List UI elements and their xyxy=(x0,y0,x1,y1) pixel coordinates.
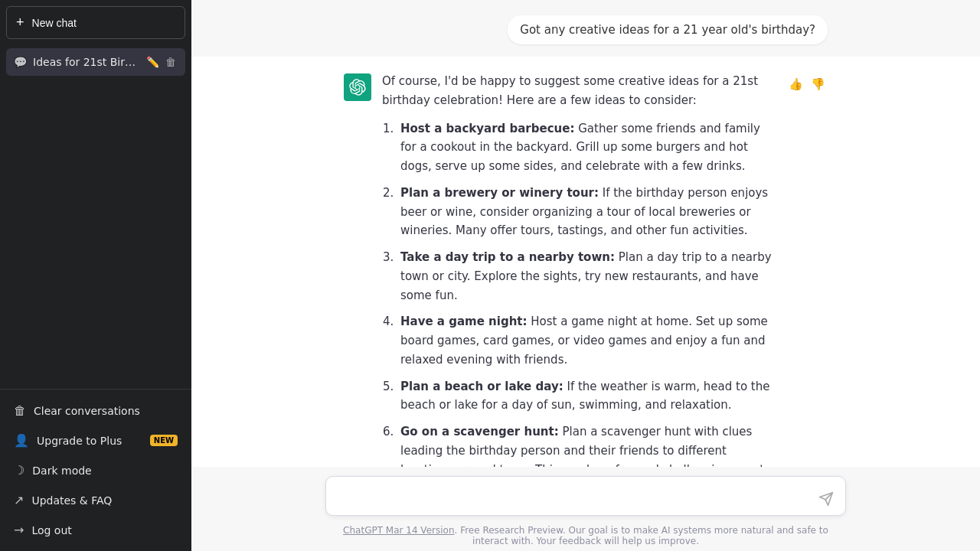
list-item: Plan a brewery or winery tour: If the bi… xyxy=(397,184,776,240)
idea-title-3: Take a day trip to a nearby town: xyxy=(400,250,615,264)
edit-chat-button[interactable]: ✏️ xyxy=(145,54,161,70)
delete-chat-button[interactable]: 🗑 xyxy=(164,54,178,70)
logout-icon: → xyxy=(14,523,24,537)
list-item: Take a day trip to a nearby town: Plan a… xyxy=(397,248,776,305)
external-link-icon: ↗ xyxy=(14,493,24,507)
user-message-bubble: Got any creative ideas for a 21 year old… xyxy=(508,15,828,44)
thumbs-down-button[interactable]: 👎 xyxy=(808,75,828,93)
chatgpt-logo-icon xyxy=(349,79,366,96)
trash-icon: 🗑 xyxy=(14,403,26,418)
footer-description: . Free Research Preview. Our goal is to … xyxy=(455,525,828,546)
sidebar-bottom: 🗑 Clear conversations 👤 Upgrade to Plus … xyxy=(0,389,191,551)
idea-title-4: Have a game night: xyxy=(400,315,527,328)
main-content: Got any creative ideas for a 21 year old… xyxy=(191,0,980,551)
footer-text: ChatGPT Mar 14 Version. Free Research Pr… xyxy=(325,525,846,546)
chat-area: Got any creative ideas for a 21 year old… xyxy=(191,0,980,467)
chat-item-actions: ✏️ 🗑 xyxy=(145,54,178,70)
sidebar-item-dark-mode[interactable]: ☽ Dark mode xyxy=(6,455,185,485)
new-badge: NEW xyxy=(150,435,178,446)
idea-title-6: Go on a scavenger hunt: xyxy=(400,425,559,439)
chat-item-label: Ideas for 21st Birthday xyxy=(33,56,139,68)
send-icon xyxy=(818,491,834,507)
new-chat-button[interactable]: + New chat xyxy=(6,6,185,39)
chat-list-item[interactable]: 💬 Ideas for 21st Birthday ✏️ 🗑 xyxy=(6,48,185,76)
idea-title-2: Plan a brewery or winery tour: xyxy=(400,186,599,200)
sidebar-item-logout[interactable]: → Log out xyxy=(6,515,185,545)
ideas-list: Host a backyard barbecue: Gather some fr… xyxy=(382,119,776,468)
user-icon: 👤 xyxy=(14,433,29,448)
send-button[interactable] xyxy=(815,488,837,510)
sidebar-item-clear-label: Clear conversations xyxy=(34,405,140,417)
message-actions: 👍 👎 xyxy=(786,75,828,467)
assistant-content: Of course, I'd be happy to suggest some … xyxy=(382,72,776,467)
idea-title-1: Host a backyard barbecue: xyxy=(400,122,574,135)
chat-input[interactable] xyxy=(325,476,846,516)
idea-title-5: Plan a beach or lake day: xyxy=(400,380,564,393)
input-area: ChatGPT Mar 14 Version. Free Research Pr… xyxy=(191,467,980,551)
sidebar-item-dark-mode-label: Dark mode xyxy=(32,465,91,477)
list-item: Host a backyard barbecue: Gather some fr… xyxy=(397,119,776,176)
moon-icon: ☽ xyxy=(14,463,24,478)
sidebar-item-updates-faq[interactable]: ↗ Updates & FAQ xyxy=(6,485,185,515)
chat-rows: Got any creative ideas for a 21 year old… xyxy=(191,0,980,467)
assistant-intro: Of course, I'd be happy to suggest some … xyxy=(382,72,776,110)
list-item: Have a game night: Host a game night at … xyxy=(397,312,776,369)
sidebar: + New chat 💬 Ideas for 21st Birthday ✏️ … xyxy=(0,0,191,551)
assistant-message-inner: Of course, I'd be happy to suggest some … xyxy=(325,72,846,467)
input-wrap xyxy=(325,476,846,519)
sidebar-item-updates-label: Updates & FAQ xyxy=(31,494,112,507)
user-message-row: Got any creative ideas for a 21 year old… xyxy=(191,0,980,57)
footer-link[interactable]: ChatGPT Mar 14 Version xyxy=(343,525,454,536)
assistant-avatar xyxy=(344,73,371,101)
new-chat-label: New chat xyxy=(32,17,77,29)
chat-list: 💬 Ideas for 21st Birthday ✏️ 🗑 xyxy=(0,45,191,389)
sidebar-item-clear-conversations[interactable]: 🗑 Clear conversations xyxy=(6,396,185,425)
chat-icon: 💬 xyxy=(14,56,27,68)
sidebar-item-logout-label: Log out xyxy=(31,524,71,536)
assistant-message-row: Of course, I'd be happy to suggest some … xyxy=(191,57,980,467)
thumbs-up-button[interactable]: 👍 xyxy=(786,75,805,93)
sidebar-item-upgrade-label: Upgrade to Plus xyxy=(37,435,122,447)
user-message-inner: Got any creative ideas for a 21 year old… xyxy=(325,15,846,44)
list-item: Plan a beach or lake day: If the weather… xyxy=(397,377,776,416)
sidebar-item-upgrade[interactable]: 👤 Upgrade to Plus NEW xyxy=(6,425,185,455)
list-item: Go on a scavenger hunt: Plan a scavenger… xyxy=(397,422,776,467)
plus-icon: + xyxy=(16,15,24,31)
